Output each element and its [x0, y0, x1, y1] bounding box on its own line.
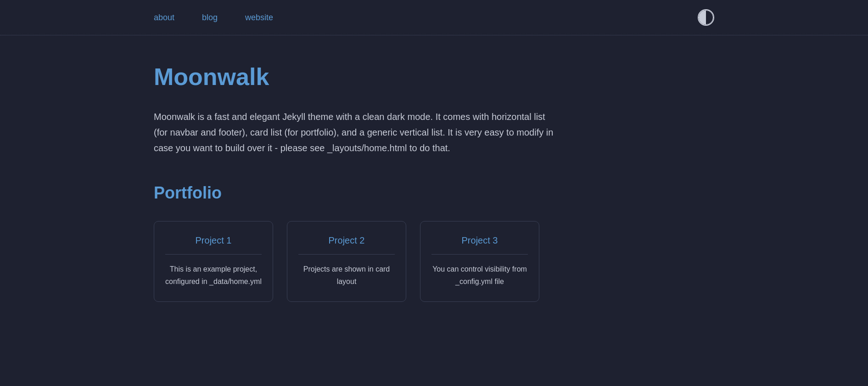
project-card-3-desc: You can control visibility from _config.… [431, 263, 528, 288]
page-title: Moonwalk [154, 63, 714, 91]
project-card-2[interactable]: Project 2 Projects are shown in card lay… [287, 221, 406, 302]
main-content: Moonwalk Moonwalk is a fast and elegant … [0, 35, 868, 329]
project-card-3[interactable]: Project 3 You can control visibility fro… [420, 221, 539, 302]
theme-toggle-button[interactable] [698, 9, 714, 26]
page-description: Moonwalk is a fast and elegant Jekyll th… [154, 109, 558, 156]
theme-toggle-icon [699, 10, 713, 25]
nav-links: about blog website [154, 13, 273, 23]
project-card-2-title: Project 2 [298, 235, 395, 255]
nav-link-about[interactable]: about [154, 13, 174, 23]
nav-link-blog[interactable]: blog [202, 13, 218, 23]
project-card-1-title: Project 1 [165, 235, 262, 255]
portfolio-grid: Project 1 This is an example project, co… [154, 221, 714, 302]
navbar: about blog website [0, 0, 868, 35]
portfolio-title: Portfolio [154, 183, 714, 203]
project-card-2-desc: Projects are shown in card layout [298, 263, 395, 288]
nav-link-website[interactable]: website [245, 13, 273, 23]
project-card-3-title: Project 3 [431, 235, 528, 255]
project-card-1[interactable]: Project 1 This is an example project, co… [154, 221, 273, 302]
project-card-1-desc: This is an example project, configured i… [165, 263, 262, 288]
